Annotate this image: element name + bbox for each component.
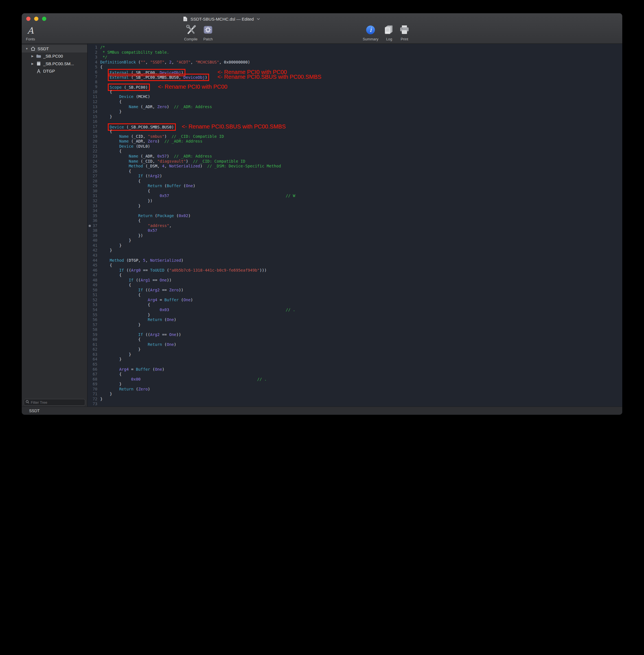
code-token: // _ADR: Address <box>174 105 212 109</box>
code-line[interactable]: }) <box>100 233 622 238</box>
code-line[interactable]: */ <box>100 55 622 60</box>
code-line[interactable]: } <box>100 248 622 253</box>
code-line[interactable] <box>100 208 622 213</box>
code-line[interactable]: { <box>100 188 622 194</box>
code-line[interactable]: { <box>100 337 622 342</box>
code-line[interactable]: } <box>100 243 622 248</box>
code-line[interactable] <box>100 327 622 332</box>
code-line[interactable]: { <box>100 302 622 308</box>
disclosure-open-icon[interactable]: ▼ <box>24 47 30 50</box>
code-line[interactable] <box>100 362 622 367</box>
code-line[interactable]: If ((Arg0 == ToUUID ("a0b5b7c6-1318-441c… <box>100 268 622 273</box>
toolbar-print-button[interactable]: Print <box>393 25 416 41</box>
code-line[interactable]: "address", <box>100 223 622 228</box>
code-token: One <box>183 298 190 302</box>
code-line[interactable] <box>100 402 622 407</box>
filter-tree-field[interactable] <box>24 399 85 406</box>
code-line[interactable]: { <box>100 273 622 278</box>
code-token: } <box>100 114 112 119</box>
code-token: (_SB_.PC00.SMBS.BUS0, <box>129 75 183 80</box>
code-line[interactable]: /* <box>100 45 622 50</box>
code-line[interactable] <box>100 119 622 124</box>
code-line[interactable]: Name (_ADR, 0x57) // _ADR: Address <box>100 154 622 159</box>
code-line[interactable]: Scope (_SB.PC00) <- Rename PCI0 with PC0… <box>100 85 622 90</box>
disclosure-closed-icon[interactable]: ▶ <box>30 62 35 65</box>
code-line[interactable]: Name (_CID, "smbus") // _CID: Compatible… <box>100 134 622 139</box>
code-line[interactable]: Method (_DSM, 4, NotSerialized) // _DSM:… <box>100 164 622 169</box>
code-line[interactable]: } <box>100 347 622 352</box>
code-line[interactable]: { <box>100 263 622 268</box>
code-token <box>100 174 138 178</box>
line-number: 30 <box>88 188 97 194</box>
code-token: (_ADR, <box>129 139 147 143</box>
code-line[interactable]: Device (MCHC) <box>100 94 622 99</box>
document-proxy-icon[interactable] <box>183 16 187 22</box>
code-line[interactable]: Return (Package (0x02) <box>100 213 622 219</box>
code-line[interactable]: Name (_ADR, Zero) // _ADR: Address <box>100 139 622 144</box>
code-line[interactable]: External (_SB_.PC00.SMBS.BUS0, DeviceObj… <box>100 74 622 80</box>
code-line[interactable]: Method (DTGP, 5, NotSerialized) <box>100 258 622 263</box>
code-line[interactable]: 0x03 // . <box>100 308 622 313</box>
sidebar-item-ssdt[interactable]: ▼ SSDT <box>22 45 87 52</box>
code-line[interactable]: { <box>100 99 622 105</box>
code-line[interactable]: } <box>100 382 622 387</box>
code-line[interactable]: Name (_CID, "diagsvault") // _CID: Compa… <box>100 159 622 164</box>
code-line[interactable]: If ((Arg2 == One)) <box>100 332 622 337</box>
code-token: } <box>100 347 141 352</box>
sidebar-item-dtgp[interactable]: DTGP <box>22 67 87 75</box>
title-chevron-icon[interactable] <box>257 16 260 21</box>
code-area[interactable]: /* * SMBus compatibility table. */Defini… <box>100 45 622 407</box>
code-line[interactable]: { <box>100 169 622 174</box>
code-line[interactable]: } <box>100 114 622 119</box>
code-line[interactable]: { <box>100 372 622 377</box>
code-line[interactable]: } <box>100 357 622 362</box>
code-line[interactable]: { <box>100 218 622 223</box>
code-line[interactable]: DefinitionBlock ("", "SSDT", 2, "ACDT", … <box>100 60 622 65</box>
code-line[interactable]: 0x57 <box>100 228 622 233</box>
code-line[interactable]: } <box>100 352 622 357</box>
code-line[interactable]: If ((Arg1 == One)) <box>100 278 622 283</box>
code-token: Buffer <box>164 298 179 302</box>
sidebar-item-sb-pc00-smbs[interactable]: ▶ _SB.PC00.SM... <box>22 60 87 67</box>
code-line[interactable]: { <box>100 90 622 95</box>
code-line[interactable]: } <box>100 322 622 328</box>
code-line[interactable]: Return (Zero) <box>100 387 622 392</box>
code-line[interactable]: } <box>100 391 622 397</box>
code-line[interactable]: 0x57 // W <box>100 194 622 199</box>
filter-tree-input[interactable] <box>31 400 83 405</box>
code-token <box>100 268 119 272</box>
sidebar-item-sb-pc00[interactable]: ▶ _SB.PC00 <box>22 52 87 60</box>
code-line[interactable]: Arg4 = Buffer (One) <box>100 367 622 372</box>
code-line[interactable]: } <box>100 204 622 209</box>
code-line[interactable]: Return (One) <box>100 317 622 322</box>
code-line[interactable]: } <box>100 397 622 402</box>
code-line[interactable]: Device (_SB.PC00.SMBS.BUS0) <- Rename PC… <box>100 124 622 129</box>
code-line[interactable]: Return (Buffer (One) <box>100 183 622 188</box>
code-line[interactable]: } <box>100 238 622 243</box>
code-token: ( <box>179 298 183 302</box>
code-line[interactable]: * SMBus compatibility table. <box>100 50 622 55</box>
code-line[interactable] <box>100 253 622 258</box>
line-number: 6 <box>88 70 97 75</box>
code-line[interactable]: { <box>100 283 622 288</box>
code-line[interactable]: { <box>100 293 622 298</box>
code-line[interactable]: Return (One) <box>100 342 622 347</box>
code-line[interactable]: 0x00 // . <box>100 377 622 382</box>
code-line[interactable]: Device (DVL0) <box>100 144 622 149</box>
code-line[interactable]: } <box>100 313 622 318</box>
toolbar-fonts-button[interactable]: A Fonts <box>22 25 42 41</box>
code-line[interactable]: } <box>100 109 622 114</box>
code-line[interactable]: Name (_ADR, Zero) // _ADR: Address <box>100 105 622 110</box>
code-token: , <box>171 60 176 64</box>
code-line[interactable]: { <box>100 179 622 184</box>
code-line[interactable]: { <box>100 149 622 154</box>
code-line[interactable]: If (!Arg2) <box>100 174 622 179</box>
disclosure-closed-icon[interactable]: ▶ <box>30 54 35 58</box>
toolbar-patch-button[interactable]: Patch <box>196 25 220 41</box>
code-line[interactable]: }) <box>100 199 622 204</box>
code-line[interactable]: Arg4 = Buffer (One) <box>100 298 622 303</box>
code-line[interactable]: { <box>100 129 622 134</box>
code-line[interactable]: If ((Arg2 == Zero)) <box>100 288 622 293</box>
code-token: { <box>100 90 112 94</box>
code-token: One <box>169 332 176 337</box>
